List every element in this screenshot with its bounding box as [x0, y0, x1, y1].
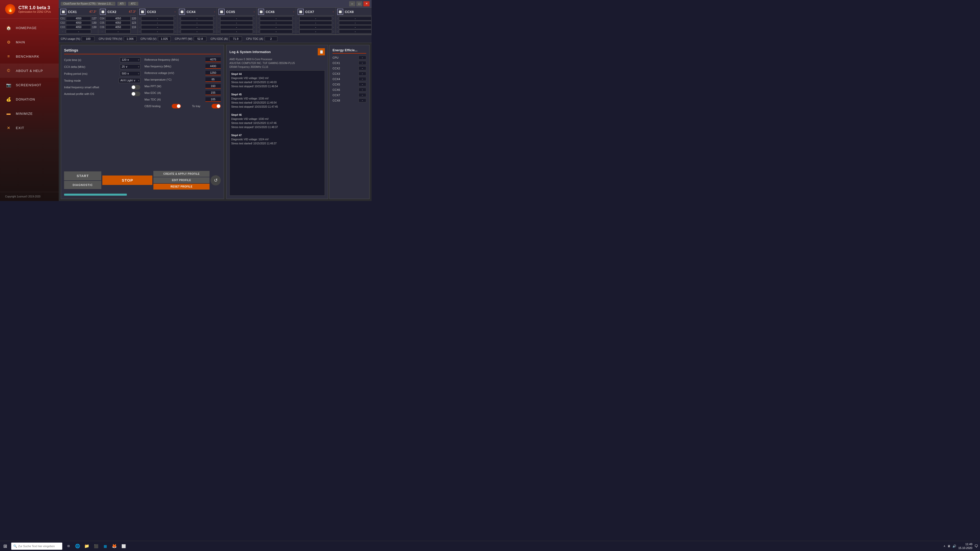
- energy-label-ccx4: CCX4: [332, 78, 340, 81]
- cb20-toggle[interactable]: [172, 104, 181, 108]
- max-tdc-value: 105: [205, 97, 221, 102]
- energy-val-cpu: -: [359, 56, 366, 59]
- about-icon: ©: [5, 67, 12, 74]
- copyright-text: Copyright 1usmus© 2019-2020: [0, 192, 59, 201]
- logo-icon: 🔥: [5, 4, 15, 14]
- cpu-svi2-value: 1.006: [124, 37, 137, 41]
- ccx4-temp: -: [214, 10, 215, 14]
- lower-area: Settings Cycle time (s) 120 ∨ CCX delta …: [59, 43, 372, 201]
- create-profile-button[interactable]: CREATE & APPLY PROFILE: [153, 171, 210, 177]
- sidebar-nav: 🏠 HOMEPAGE ⚙ MAIN ≡ BENCHMARK © ABOUT & …: [0, 19, 59, 192]
- max-freq-label: Max frequency (MHz): [145, 65, 171, 68]
- core-c04-value: 4050: [105, 17, 130, 21]
- autoload-label: Autoload profile with OS: [64, 92, 94, 95]
- ccx8-name: CCX8: [345, 10, 354, 14]
- log-copy-button[interactable]: 📋: [318, 48, 325, 56]
- sidebar-item-minimize[interactable]: ▬ MINIMIZE: [0, 106, 59, 121]
- sidebar-item-screenshot[interactable]: 📷 SCREENSHOT: [0, 78, 59, 92]
- energy-bar-ccx2: [342, 67, 356, 70]
- sidebar-item-benchmark[interactable]: ≡ BENCHMARK: [0, 49, 59, 64]
- core-c01-label: C01: [60, 17, 65, 20]
- sidebar-item-about[interactable]: © ABOUT & HELP: [0, 64, 59, 78]
- settings-panel: Settings Cycle time (s) 120 ∨ CCX delta …: [61, 45, 224, 199]
- max-tdc-row: Max TDC (A) 105: [145, 97, 221, 102]
- refresh-button[interactable]: ↺: [210, 175, 221, 186]
- cycle-time-select[interactable]: 120 ∨: [120, 57, 140, 62]
- testing-mode-row: Testing mode AVX Light ∨: [64, 78, 140, 83]
- to-tray-label: To tray: [192, 105, 200, 108]
- energy-title: Energy Efficie...: [332, 48, 366, 54]
- sidebar-item-homepage[interactable]: 🏠 HOMEPAGE: [0, 21, 59, 35]
- ccx-delta-select[interactable]: 25 ∨: [120, 64, 140, 69]
- core-c01-value: 4050: [66, 17, 91, 21]
- app-title: CTR 1.0 beta 3: [18, 5, 51, 11]
- core-c03-value: 4050: [66, 25, 91, 29]
- exit-icon: ✕: [5, 124, 12, 131]
- diagnostic-button[interactable]: DIAGNOSTIC: [64, 181, 101, 189]
- energy-label-ccx6: CCX6: [332, 88, 340, 91]
- core-c04x-label: -: [100, 30, 104, 33]
- progress-bar: [64, 194, 127, 196]
- log-entry-45: Step# 45 Diagnostic VID voltage: 1036 mV…: [231, 93, 323, 109]
- cb20-label: CB20 testing: [145, 105, 161, 108]
- app-subtitle: Optimization for ZEN2 CPUs: [18, 11, 51, 13]
- ref-freq-label: Reference frequency (MHz): [145, 58, 179, 61]
- cpu-edc-value: 71.9: [229, 37, 242, 41]
- core-c06-value: 4050: [105, 25, 130, 29]
- tab-ati[interactable]: ATI: [118, 2, 126, 6]
- ccx-block-2: ⬜ CCX2 47.3° C04 4050 120 C05 4050 123 C…: [98, 8, 138, 35]
- screenshot-icon: 📷: [5, 81, 12, 89]
- tab-main[interactable]: ClockTuner for Ryzen (CTR) - Version 1.0…: [61, 2, 115, 6]
- core-c03-mhz: 130: [92, 26, 97, 29]
- ccx5-temp: -: [254, 10, 255, 14]
- window-maximize-button[interactable]: □: [356, 1, 363, 6]
- cpu-usage-value: 100: [82, 37, 94, 41]
- sidebar-item-exit[interactable]: ✕ EXIT: [0, 121, 59, 135]
- max-temp-value: 85: [205, 77, 221, 82]
- stop-button[interactable]: STOP: [102, 176, 152, 185]
- log-content[interactable]: Step# 44 Diagnostic VID voltage: 1042 mV…: [229, 70, 325, 196]
- energy-val-ccx7: -: [359, 93, 366, 97]
- log-title: Log & System Information: [229, 50, 271, 54]
- ccx-block-6: ⬜ CCX6 - --- --- --- ---: [256, 8, 296, 35]
- to-tray-toggle[interactable]: [212, 104, 221, 108]
- ccx7-icon: ⬜: [298, 9, 304, 15]
- benchmark-icon: ≡: [5, 53, 12, 60]
- action-buttons: START DIAGNOSTIC STOP CREATE & APPLY PRO…: [64, 171, 221, 189]
- energy-row-ccx8: CCX8 -: [332, 98, 366, 102]
- energy-label-ccx2: CCX2: [332, 67, 340, 70]
- sidebar-item-main[interactable]: ⚙ MAIN: [0, 35, 59, 49]
- energy-row-ccx1: CCX1 -: [332, 61, 366, 65]
- testing-mode-select[interactable]: AVX Light ∨: [119, 78, 140, 83]
- ccx3-temp: -: [175, 10, 176, 14]
- tab-atc[interactable]: ATC: [128, 2, 138, 6]
- window-minimize-button[interactable]: ─: [349, 1, 355, 6]
- energy-bar-ccx6: [342, 88, 356, 91]
- home-icon: 🏠: [5, 24, 12, 32]
- app-logo: 🔥 CTR 1.0 beta 3 Optimization for ZEN2 C…: [0, 0, 59, 19]
- ccx4-icon: ⬜: [179, 9, 185, 15]
- energy-val-ccx1: -: [359, 61, 366, 65]
- energy-row-ccx2: CCX2 -: [332, 66, 366, 70]
- window-close-button[interactable]: ✕: [363, 1, 369, 6]
- start-button[interactable]: START: [64, 171, 101, 180]
- energy-val-ccx5: -: [359, 83, 366, 86]
- cpu-vid-item: CPU VID (V) 1.025: [141, 37, 171, 41]
- energy-row-ccx7: CCX7 -: [332, 93, 366, 97]
- cpu-ppt-value: 52.8: [194, 37, 207, 41]
- autoload-toggle[interactable]: [131, 92, 140, 96]
- reset-profile-button[interactable]: RESET PROFILE: [153, 184, 210, 189]
- sidebar-label-screenshot: SCREENSHOT: [16, 83, 41, 87]
- sidebar-item-donation[interactable]: 💰 DONATION: [0, 92, 59, 106]
- edit-profile-button[interactable]: EDIT PROFILE: [153, 177, 210, 183]
- polling-select[interactable]: 500 ∨: [120, 71, 140, 76]
- energy-label-ccx3: CCX3: [332, 72, 340, 75]
- max-edc-label: Max EDC (A): [145, 91, 161, 94]
- cpu-edc-item: CPU EDC (A) 71.9: [210, 37, 242, 41]
- core-c06-label: C06: [100, 26, 104, 29]
- core-c05-mhz: 123: [132, 21, 136, 24]
- core-c02-value: 4050: [66, 21, 91, 25]
- cpu-usage-label: CPU usage (%): [61, 37, 80, 40]
- profile-buttons: CREATE & APPLY PROFILE EDIT PROFILE RESE…: [153, 171, 210, 189]
- initial-freq-toggle[interactable]: [131, 85, 140, 89]
